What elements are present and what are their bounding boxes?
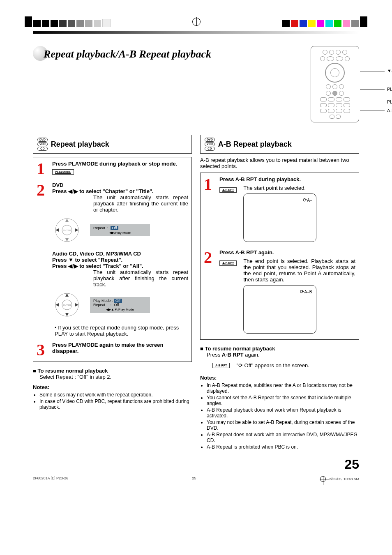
- svg-text:ENTER: ENTER: [63, 304, 71, 306]
- svg-marker-13: [75, 303, 78, 306]
- abrpt-button-icon: A-B RPT: [219, 187, 237, 193]
- svg-marker-3: [65, 219, 69, 222]
- ab-step-2-desc: The end point is selected. Playback star…: [243, 258, 355, 283]
- page-title: Repeat playback/A-B Repeat playback: [44, 48, 211, 60]
- playmode-button-icon: PLAYMODE: [52, 169, 74, 175]
- remote-labels: ▼/◀/▶ PLAY PLAYMODE A-B RPT: [360, 67, 392, 115]
- resume-normal: ■ To resume normal playback Select Repea…: [33, 368, 192, 380]
- svg-text:ENTER: ENTER: [63, 229, 71, 232]
- dpad-icon: ENTER: [55, 218, 79, 242]
- ab-steps: 1 Press A-B RPT during playback. A-B RPT…: [200, 173, 359, 340]
- osd-repeat: Repeat : Off ◀▶/Play Mode: [90, 224, 150, 236]
- notes-title: Notes:: [33, 384, 192, 390]
- print-header: [0, 0, 392, 31]
- step-3-title: Press PLAYMODE again to make the screen …: [52, 342, 188, 354]
- ab-step-2-title: Press A-B RPT again.: [219, 249, 355, 256]
- ab-title: A-B Repeat playback: [218, 140, 292, 149]
- off-appears-text: "⟳ Off" appears on the screen.: [236, 362, 309, 368]
- repeat-section-header: DVD VCD CD Repeat playback: [33, 135, 192, 154]
- abrpt-button-icon: A-B RPT: [219, 260, 237, 266]
- crop-mark-icon: [320, 476, 326, 482]
- osd-playmode-repeat: Play Mode : Off Repeat : Off ◀▶▲▼/Play M…: [90, 297, 150, 313]
- dvd-description: The unit automatically starts repeat pla…: [93, 194, 188, 213]
- gradient-bar: [33, 31, 359, 34]
- ab-notes-list: In A-B Repeat mode, subtitles near the A…: [200, 382, 359, 450]
- tv-screen-ab: ⟳A–B: [243, 285, 316, 334]
- notes-list: Some discs may not work with the repeat …: [33, 392, 192, 410]
- step-1-title: Press PLAYMODE during playback or stop m…: [52, 161, 188, 167]
- cd-instruction-1: Press ▼ to select "Repeat".: [52, 257, 188, 263]
- ab-resume-normal: ■ To resume normal playback Press A-B RP…: [200, 345, 359, 371]
- svg-marker-10: [65, 293, 69, 297]
- print-footer: 2F60201A [E] P23-26 25 2/22/05, 10:48 AM: [0, 468, 392, 498]
- svg-marker-6: [75, 228, 78, 232]
- svg-marker-11: [65, 313, 69, 316]
- ab-step-1-number: 1: [204, 176, 216, 244]
- step-2-number: 2: [37, 182, 49, 337]
- cd-description: The unit automatically starts repeat pla…: [93, 269, 188, 288]
- ab-step-1-desc: The start point is selected.: [243, 185, 355, 191]
- page-number: 25: [344, 457, 359, 472]
- dvd-instruction: Press ◀/▶ to select "Chapter" or "Title"…: [52, 188, 188, 194]
- repeat-bullet: • If you set the repeat mode during stop…: [55, 325, 188, 337]
- tv-screen-a: ⟳A–: [243, 193, 316, 242]
- dpad-icon: ENTER: [55, 292, 79, 317]
- ab-section-header: DVD VCD CD A-B Repeat playback: [200, 135, 359, 154]
- svg-marker-12: [55, 303, 59, 306]
- cd-label: Audio CD, Video CD, MP3/WMA CD: [52, 251, 188, 257]
- svg-marker-5: [55, 228, 59, 232]
- ab-step-2-number: 2: [204, 249, 216, 336]
- crop-mark-icon: [192, 18, 201, 26]
- step-1-number: 1: [37, 161, 49, 177]
- repeat-title: Repeat playback: [51, 140, 109, 149]
- ab-notes-title: Notes:: [200, 375, 359, 381]
- abrpt-button-icon: A-B RPT: [212, 363, 230, 368]
- svg-marker-4: [65, 238, 69, 242]
- repeat-steps: 1 Press PLAYMODE during playback or stop…: [33, 157, 192, 362]
- ab-step-1-title: Press A-B RPT during playback.: [219, 176, 355, 182]
- remote-diagram: [311, 46, 359, 122]
- step-3-number: 3: [37, 342, 49, 358]
- dvd-label: DVD: [52, 182, 188, 188]
- cd-instruction-2: Press ◀/▶ to select "Track" or "All".: [52, 263, 188, 269]
- ab-intro: A-B repeat playback allows you to repeat…: [200, 157, 359, 169]
